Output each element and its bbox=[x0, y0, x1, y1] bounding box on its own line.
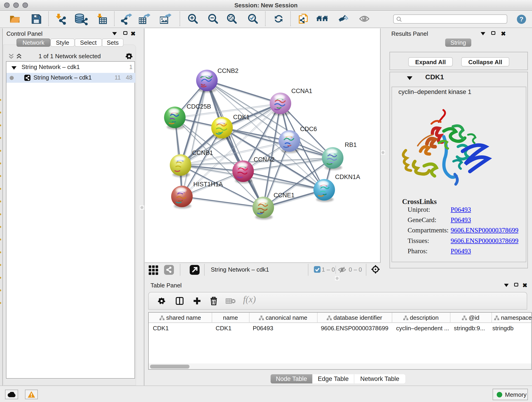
svg-text:RB1: RB1 bbox=[345, 141, 357, 148]
svg-text:CDK1: CDK1 bbox=[233, 114, 250, 121]
svg-text:CCNA1: CCNA1 bbox=[291, 88, 312, 95]
svg-text:CCNA2: CCNA2 bbox=[254, 156, 275, 163]
svg-text:CCNB1: CCNB1 bbox=[192, 149, 213, 156]
svg-text:CDC6: CDC6 bbox=[300, 126, 317, 133]
svg-text:CCNE1: CCNE1 bbox=[273, 192, 295, 199]
svg-text:CDC25B: CDC25B bbox=[187, 103, 211, 110]
svg-text:CDKN1A: CDKN1A bbox=[335, 173, 360, 180]
svg-text:HIST1H1A: HIST1H1A bbox=[193, 181, 223, 188]
svg-text:CCNB2: CCNB2 bbox=[217, 67, 239, 74]
